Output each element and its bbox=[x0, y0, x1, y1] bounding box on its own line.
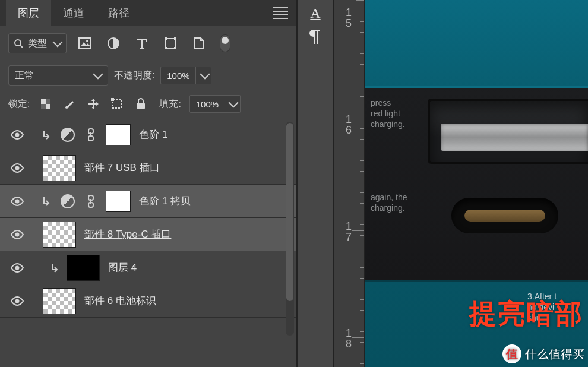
visibility-eye-icon[interactable] bbox=[0, 218, 34, 251]
svg-rect-6 bbox=[166, 39, 175, 48]
layer-name[interactable]: 色阶 1 bbox=[139, 128, 167, 141]
panel-menu-icon[interactable] bbox=[273, 5, 288, 21]
ruler-major-tick bbox=[352, 230, 365, 231]
ruler-tick bbox=[360, 246, 365, 246]
layer-row[interactable]: 部件 8 Type-C 插口 bbox=[0, 218, 296, 251]
chevron-down-icon bbox=[200, 69, 210, 80]
svg-rect-16 bbox=[111, 98, 114, 101]
visibility-eye-icon[interactable] bbox=[0, 118, 34, 151]
ruler-tick bbox=[360, 171, 365, 172]
filter-type-label: 类型 bbox=[28, 37, 47, 50]
ruler-tick bbox=[360, 353, 365, 353]
svg-rect-10 bbox=[174, 47, 176, 49]
layer-row[interactable]: 部件 6 电池标识 bbox=[0, 284, 296, 318]
ruler-tick bbox=[360, 160, 365, 161]
ruler-major-tick bbox=[352, 337, 365, 338]
visibility-eye-icon[interactable] bbox=[0, 185, 34, 217]
ruler-major-tick bbox=[352, 17, 365, 17]
layer-mask-thumbnail[interactable] bbox=[106, 191, 131, 212]
filter-type-dropdown[interactable]: 类型 bbox=[8, 33, 67, 53]
layer-name[interactable]: 图层 4 bbox=[108, 261, 137, 274]
ruler-tick bbox=[360, 289, 365, 289]
document-canvas[interactable]: press red light charging. again, the cha… bbox=[365, 0, 588, 367]
layer-name[interactable]: 色阶 1 拷贝 bbox=[139, 194, 191, 208]
tab-paths[interactable]: 路径 bbox=[96, 0, 141, 26]
filter-smartobject-icon[interactable] bbox=[191, 36, 207, 51]
layers-scroll-thumb[interactable] bbox=[286, 123, 293, 301]
layer-name[interactable]: 部件 8 Type-C 插口 bbox=[84, 227, 171, 241]
ruler-tick bbox=[360, 139, 365, 140]
lock-position-icon[interactable] bbox=[86, 96, 101, 112]
svg-marker-3 bbox=[81, 42, 90, 46]
fill-field[interactable]: 100% bbox=[189, 95, 225, 113]
layer-thumbnail[interactable] bbox=[67, 255, 100, 281]
ruler-tick bbox=[360, 342, 365, 343]
svg-rect-11 bbox=[41, 99, 46, 104]
device-label-text-1: press red light charging. bbox=[371, 97, 424, 129]
visibility-eye-icon[interactable] bbox=[0, 251, 34, 284]
chevron-down-icon bbox=[229, 98, 239, 108]
usb-c-port bbox=[451, 198, 558, 233]
pilcrow-icon[interactable] bbox=[302, 25, 329, 49]
svg-point-28 bbox=[15, 265, 19, 270]
ruler-number: 1 bbox=[336, 114, 352, 125]
ruler-tick bbox=[360, 267, 365, 268]
filter-adjustment-icon[interactable] bbox=[106, 36, 121, 51]
ruler-tick bbox=[356, 214, 365, 214]
layer-thumbnail[interactable] bbox=[43, 222, 76, 248]
vertical-ruler[interactable]: 15161718 bbox=[334, 0, 365, 367]
filter-type-text-icon[interactable] bbox=[134, 36, 150, 51]
layer-thumbnail[interactable] bbox=[43, 288, 76, 314]
ruler-number: 1 bbox=[336, 221, 352, 232]
layer-mask-thumbnail[interactable] bbox=[106, 124, 131, 145]
fill-stepper[interactable] bbox=[225, 95, 241, 113]
opacity-stepper[interactable] bbox=[196, 67, 211, 84]
layer-mask-link-icon[interactable] bbox=[83, 127, 99, 143]
filter-pixel-icon[interactable] bbox=[77, 36, 93, 51]
lock-transparency-icon[interactable] bbox=[38, 96, 53, 112]
ruler-tick bbox=[360, 299, 365, 300]
layer-row[interactable]: 图层 4 bbox=[0, 251, 296, 284]
opacity-field[interactable]: 100% bbox=[160, 67, 196, 84]
svg-point-23 bbox=[15, 199, 19, 203]
device-port-panel: press red light charging. again, the cha… bbox=[365, 86, 588, 282]
panel-tabs: 图层 通道 路径 bbox=[0, 0, 296, 26]
layer-row[interactable]: 色阶 1 拷贝 bbox=[0, 185, 296, 218]
blend-opacity-row: 正常 不透明度: 100% bbox=[0, 61, 296, 90]
ruler-tick bbox=[360, 75, 365, 75]
layer-mask-link-icon[interactable] bbox=[83, 194, 99, 209]
ruler-number: 1 bbox=[336, 328, 352, 338]
ruler-tick bbox=[360, 43, 365, 43]
ruler-tick bbox=[356, 107, 365, 107]
visibility-eye-icon[interactable] bbox=[0, 151, 34, 184]
visibility-eye-icon[interactable] bbox=[0, 284, 34, 317]
tab-channels[interactable]: 通道 bbox=[51, 0, 96, 26]
layers-scrollbar[interactable] bbox=[286, 122, 294, 336]
svg-rect-14 bbox=[41, 104, 46, 109]
blend-mode-dropdown[interactable]: 正常 bbox=[8, 65, 108, 86]
layer-row[interactable]: 部件 7 USB 插口 bbox=[0, 151, 296, 185]
layer-name[interactable]: 部件 6 电池标识 bbox=[84, 294, 156, 308]
layers-list: 色阶 1部件 7 USB 插口色阶 1 拷贝部件 8 Type-C 插口图层 4… bbox=[0, 118, 296, 367]
lock-artboard-icon[interactable] bbox=[109, 96, 125, 112]
svg-point-27 bbox=[15, 232, 19, 236]
lock-all-icon[interactable] bbox=[133, 96, 148, 112]
svg-rect-15 bbox=[113, 100, 121, 108]
filter-toggle[interactable] bbox=[220, 34, 230, 52]
search-icon bbox=[14, 39, 23, 48]
chevron-down-icon bbox=[53, 37, 63, 48]
layer-thumbnail[interactable] bbox=[43, 155, 76, 181]
usb-a-metal bbox=[441, 124, 588, 151]
device-label-text-2: again, the charging. bbox=[371, 192, 424, 213]
svg-rect-12 bbox=[46, 104, 50, 109]
ruler-tick bbox=[360, 32, 365, 33]
lock-brush-icon[interactable] bbox=[62, 96, 77, 112]
filter-shape-icon[interactable] bbox=[163, 36, 178, 51]
ruler-tick bbox=[360, 21, 365, 22]
layer-name[interactable]: 部件 7 USB 插口 bbox=[84, 161, 160, 175]
uppercase-a-tool-icon[interactable]: A bbox=[302, 1, 329, 25]
layer-row[interactable]: 色阶 1 bbox=[0, 118, 296, 151]
svg-point-0 bbox=[15, 40, 21, 46]
tab-layers[interactable]: 图层 bbox=[6, 0, 51, 26]
opacity-label: 不透明度: bbox=[114, 69, 154, 82]
